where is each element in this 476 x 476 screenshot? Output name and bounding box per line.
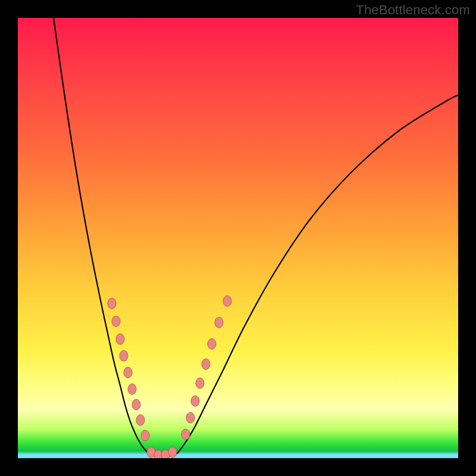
data-dot [196, 378, 204, 389]
data-dot [223, 296, 231, 306]
chart-frame: TheBottleneck.com [0, 0, 476, 476]
scatter-dots [108, 296, 231, 458]
data-dot [124, 367, 132, 378]
data-dot [181, 429, 190, 440]
data-dot [215, 317, 223, 328]
data-dot [186, 412, 195, 423]
data-dot [132, 399, 140, 410]
data-dot [208, 339, 216, 349]
curve-layer [18, 18, 458, 458]
data-dot [128, 384, 136, 394]
watermark-text: TheBottleneck.com [356, 2, 470, 18]
data-dot [141, 430, 149, 441]
right-curve [177, 95, 458, 453]
data-dot [120, 350, 128, 361]
data-dot [116, 334, 124, 345]
plot-area [18, 18, 458, 458]
data-dot [168, 447, 177, 458]
data-dot [191, 396, 199, 406]
data-dot [112, 316, 120, 327]
data-dot [108, 298, 116, 309]
data-dot [136, 415, 145, 425]
data-dot [202, 359, 210, 369]
